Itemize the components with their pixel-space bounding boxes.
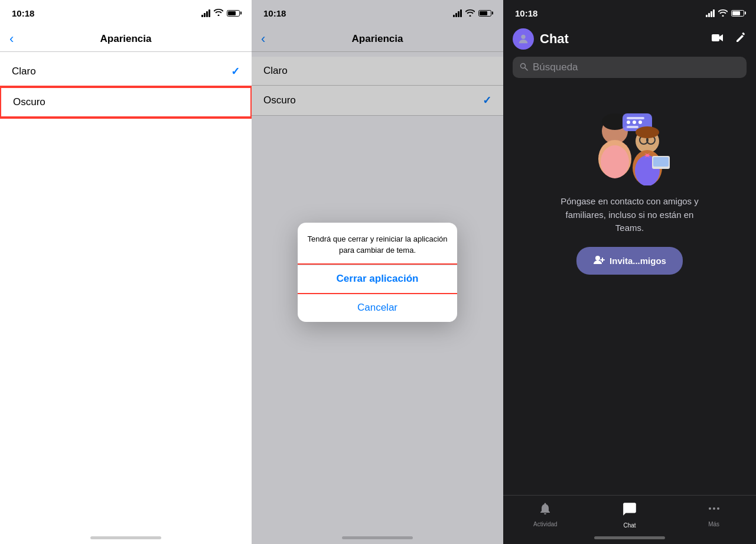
- svg-point-10: [633, 120, 636, 124]
- tab-mas[interactable]: Más: [672, 501, 756, 527]
- chat-header-icons: [711, 32, 747, 47]
- svg-point-0: [521, 35, 525, 39]
- list-item-claro-p1[interactable]: Claro ✓: [0, 57, 252, 87]
- svg-point-26: [709, 507, 711, 510]
- svg-point-7: [601, 145, 629, 178]
- bell-icon: [538, 501, 552, 519]
- wifi-icon-p1: [214, 9, 223, 18]
- battery-icon-p3: [731, 10, 744, 17]
- tab-actividad-label: Actividad: [533, 521, 558, 527]
- svg-point-11: [638, 120, 642, 124]
- signal-icon-p1: [201, 9, 210, 17]
- svg-point-18: [636, 126, 659, 138]
- chat-empty-state: Póngase en contacto con amigos y familia…: [503, 83, 756, 301]
- chat-spacer: [503, 301, 756, 495]
- back-button-p1[interactable]: ‹: [9, 31, 14, 47]
- tab-mas-label: Más: [708, 521, 719, 527]
- video-call-icon[interactable]: [711, 32, 724, 46]
- svg-point-9: [627, 120, 630, 124]
- svg-point-27: [713, 507, 715, 510]
- status-bar-panel1: 10:18: [0, 0, 252, 26]
- svg-rect-1: [712, 34, 719, 41]
- add-person-icon: [593, 254, 605, 268]
- avatar: [513, 28, 534, 50]
- status-icons-p1: [201, 9, 240, 18]
- confirm-close-button[interactable]: Cerrar aplicación: [298, 265, 457, 293]
- wifi-icon-p3: [718, 8, 728, 18]
- tab-chat-label: Chat: [623, 522, 636, 529]
- status-time-p3: 10:18: [515, 8, 537, 18]
- status-time-p1: 10:18: [12, 8, 34, 18]
- chat-header-title: Chat: [513, 28, 711, 50]
- empty-state-text: Póngase en contacto con amigos y familia…: [559, 195, 700, 235]
- dialog-overlay: Tendrá que cerrar y reiniciar la aplicac…: [252, 0, 503, 544]
- panel-gray-appearance: 10:18 ‹ Apariencia Claro Oscuro ✓: [252, 0, 503, 544]
- search-bar[interactable]: Búsqueda: [513, 57, 747, 78]
- search-placeholder: Búsqueda: [533, 61, 578, 73]
- chat-illustration: [582, 109, 677, 185]
- tab-chat[interactable]: Chat: [588, 501, 672, 529]
- status-icons-p3: [706, 8, 744, 18]
- chat-header: Chat: [503, 26, 756, 52]
- home-indicator-p3: [594, 536, 665, 539]
- cancel-button[interactable]: Cancelar: [298, 294, 457, 322]
- nav-bar-p1: ‹ Apariencia: [0, 26, 252, 52]
- tab-actividad[interactable]: Actividad: [503, 501, 588, 527]
- panel-dark-chat: 10:18 Chat: [503, 0, 756, 544]
- dialog-message: Tendrá que cerrar y reiniciar la aplicac…: [298, 223, 457, 265]
- search-icon: [520, 63, 528, 73]
- more-icon: [707, 501, 721, 519]
- invite-label: Invita...migos: [610, 256, 666, 266]
- checkmark-claro-p1: ✓: [231, 65, 240, 78]
- status-bar-panel3: 10:18: [503, 0, 756, 26]
- svg-rect-22: [653, 157, 669, 167]
- theme-change-dialog: Tendrá que cerrar y reiniciar la aplicac…: [298, 223, 457, 322]
- claro-label-p1: Claro: [12, 66, 36, 77]
- chat-title: Chat: [540, 31, 569, 47]
- chat-bubble-icon: [622, 501, 637, 520]
- signal-icon-p3: [706, 9, 715, 17]
- svg-point-23: [595, 256, 600, 260]
- invite-button[interactable]: Invita...migos: [576, 247, 683, 275]
- list-item-oscuro-p1[interactable]: Oscuro: [0, 87, 252, 118]
- home-indicator-p1: [90, 536, 161, 539]
- svg-point-28: [717, 507, 719, 510]
- panel-light-appearance: 10:18 ‹ Apariencia Claro ✓: [0, 0, 252, 544]
- oscuro-label-p1: Oscuro: [13, 96, 45, 108]
- svg-rect-13: [627, 126, 638, 128]
- appearance-list-p1: Claro ✓ Oscuro: [0, 52, 252, 122]
- compose-icon[interactable]: [735, 32, 747, 47]
- svg-line-3: [525, 67, 528, 70]
- svg-rect-12: [627, 117, 644, 119]
- battery-icon-p1: [227, 10, 240, 17]
- nav-title-p1: Apariencia: [100, 33, 152, 45]
